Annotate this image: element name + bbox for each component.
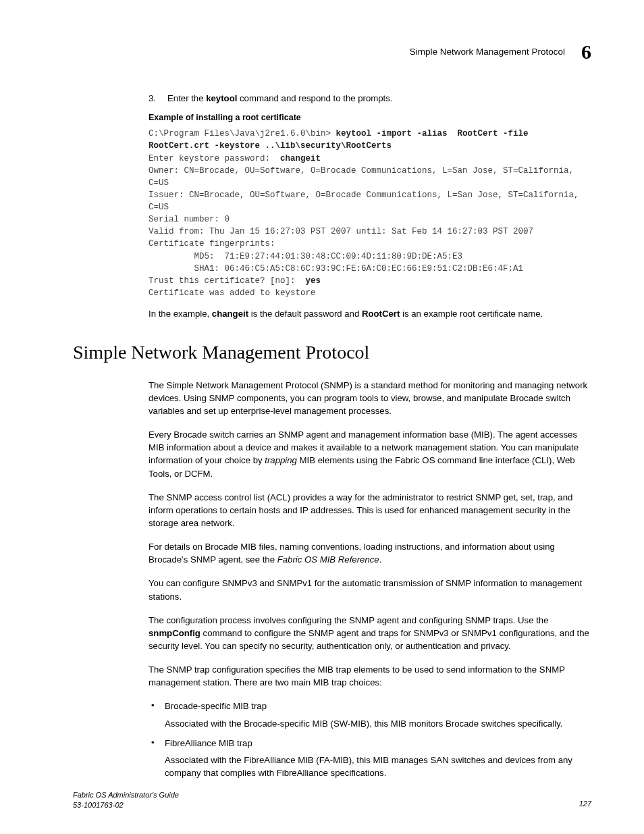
code-block: C:\Program Files\Java\j2re1.6.0\bin> key… <box>149 128 591 299</box>
paragraph: The SNMP access control list (ACL) provi… <box>149 491 591 529</box>
cmd-keytool: keytool <box>206 93 237 103</box>
footer-book: Fabric OS Administrator's Guide <box>73 790 179 800</box>
paragraph: The configuration process involves confi… <box>149 614 591 652</box>
bullet-title: Brocade-specific MIB trap <box>165 700 591 712</box>
bullet-body: Associated with the FibreAlliance MIB (F… <box>165 754 591 779</box>
footer-left: Fabric OS Administrator's Guide 53-10017… <box>73 790 179 810</box>
step-3: 3. Enter the keytool command and respond… <box>149 92 591 105</box>
paragraph: You can configure SNMPv3 and SNMPv1 for … <box>149 577 591 602</box>
paragraph: Every Brocade switch carries an SNMP age… <box>149 428 591 480</box>
list-item: FibreAlliance MIB trap Associated with t… <box>149 737 591 779</box>
paragraph: The SNMP trap configuration specifies th… <box>149 663 591 689</box>
running-header: Simple Network Management Protocol 6 <box>73 42 591 62</box>
content: 3. Enter the keytool command and respond… <box>149 92 591 320</box>
step-text: Enter the keytool command and respond to… <box>167 92 393 105</box>
list-item: Brocade-specific MIB trap Associated wit… <box>149 700 591 729</box>
section-heading: Simple Network Management Protocol <box>73 339 591 367</box>
chapter-number: 6 <box>581 42 591 62</box>
page: Simple Network Management Protocol 6 3. … <box>0 0 644 834</box>
example-note: In the example, changeit is the default … <box>149 307 591 320</box>
section-body: The Simple Network Management Protocol (… <box>149 379 591 779</box>
running-title: Simple Network Management Protocol <box>410 45 565 59</box>
bullet-title: FibreAlliance MIB trap <box>165 737 591 750</box>
paragraph: For details on Brocade MIB files, naming… <box>149 540 591 566</box>
paragraph: The Simple Network Management Protocol (… <box>149 379 591 417</box>
step-number: 3. <box>149 92 161 105</box>
page-footer: Fabric OS Administrator's Guide 53-10017… <box>73 790 591 810</box>
page-number: 127 <box>579 799 591 810</box>
example-caption: Example of installing a root certificate <box>149 111 591 124</box>
footer-docnum: 53-1001763-02 <box>73 800 179 810</box>
bullet-body: Associated with the Brocade-specific MIB… <box>165 717 591 730</box>
bullet-list: Brocade-specific MIB trap Associated wit… <box>149 700 591 779</box>
